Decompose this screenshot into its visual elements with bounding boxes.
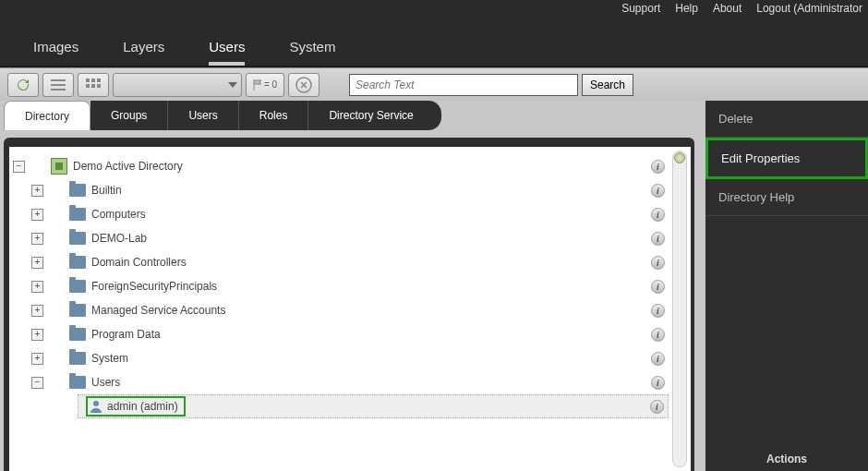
info-icon[interactable]: i — [651, 256, 665, 270]
tree-node-users[interactable]: − Users i — [13, 370, 691, 394]
tree-root[interactable]: − Demo Active Directory i — [13, 154, 691, 178]
collapse-toggle[interactable]: − — [31, 377, 43, 389]
nav-images[interactable]: Images — [33, 39, 78, 66]
directory-icon — [51, 158, 67, 175]
list-icon — [51, 78, 66, 91]
tree-user-label: admin (admin) — [107, 400, 178, 413]
clear-button[interactable] — [288, 73, 319, 97]
tree-node-label: DEMO-Lab — [91, 232, 147, 245]
link-support[interactable]: Support — [621, 2, 660, 15]
directory-tree: − Demo Active Directory i + Builtin i — [9, 147, 691, 418]
tab-users[interactable]: Users — [168, 101, 238, 130]
search-input[interactable] — [349, 74, 578, 96]
flag-count-button[interactable]: = 0 — [246, 73, 284, 97]
tab-roles[interactable]: Roles — [239, 101, 309, 130]
view-list-button[interactable] — [42, 73, 74, 97]
tree-node[interactable]: + Domain Controllers i — [13, 250, 691, 274]
close-circle-icon — [295, 77, 312, 93]
info-icon[interactable]: i — [651, 352, 665, 366]
chevron-down-icon — [228, 82, 237, 88]
main-nav: Images Layers Users System — [0, 17, 868, 67]
tree-node-label: Domain Controllers — [91, 256, 187, 269]
actions-panel-title: Actions — [705, 447, 868, 471]
svg-rect-0 — [51, 79, 66, 81]
tree-node-label: Computers — [91, 208, 146, 221]
action-directory-help[interactable]: Directory Help — [705, 179, 868, 216]
info-icon[interactable]: i — [651, 232, 665, 246]
expand-toggle[interactable]: + — [31, 209, 43, 221]
info-icon[interactable]: i — [651, 304, 665, 318]
toolbar-dropdown[interactable] — [113, 73, 242, 97]
tree-node[interactable]: + Program Data i — [13, 322, 691, 346]
tab-directory[interactable]: Directory — [4, 101, 90, 130]
svg-rect-7 — [91, 84, 95, 88]
tree-node-label: Program Data — [91, 328, 161, 341]
folder-icon — [69, 256, 86, 269]
folder-icon — [69, 208, 86, 221]
tree-user-selected[interactable]: admin (admin) i — [78, 394, 669, 418]
topbar: Support Help About Logout (Administrator — [0, 0, 868, 17]
svg-rect-5 — [97, 78, 101, 82]
info-icon[interactable]: i — [651, 328, 665, 342]
folder-icon — [69, 328, 86, 341]
info-icon[interactable]: i — [651, 208, 665, 222]
refresh-button[interactable] — [7, 73, 39, 97]
folder-icon — [69, 280, 86, 293]
link-logout[interactable]: Logout (Administrator — [756, 2, 862, 15]
folder-icon — [69, 232, 86, 245]
info-icon[interactable]: i — [650, 400, 664, 414]
tree-node[interactable]: + Builtin i — [13, 178, 691, 202]
svg-rect-10 — [55, 163, 63, 170]
actions-panel: Delete Edit Properties Directory Help Ac… — [705, 101, 868, 471]
expand-toggle[interactable]: + — [31, 329, 43, 341]
info-icon[interactable]: i — [651, 376, 665, 390]
subtabs: Directory Groups Users Roles Directory S… — [4, 101, 705, 130]
tree-node[interactable]: + Computers i — [13, 202, 691, 226]
nav-layers[interactable]: Layers — [123, 39, 164, 66]
svg-rect-6 — [86, 84, 90, 88]
search-button[interactable]: Search — [582, 74, 633, 96]
tree-node[interactable]: + Managed Service Accounts i — [13, 298, 691, 322]
svg-rect-8 — [97, 84, 101, 88]
expand-toggle[interactable]: + — [31, 257, 43, 269]
expand-toggle[interactable]: + — [31, 233, 43, 245]
svg-rect-2 — [51, 89, 66, 91]
tree-panel: − Demo Active Directory i + Builtin i — [9, 147, 691, 471]
expand-toggle[interactable]: + — [31, 185, 43, 197]
view-grid-button[interactable] — [78, 73, 109, 97]
tree-node[interactable]: + System i — [13, 346, 691, 370]
expand-toggle[interactable]: + — [31, 305, 43, 317]
info-icon[interactable]: i — [651, 184, 665, 198]
folder-icon — [69, 184, 86, 197]
tab-directory-service[interactable]: Directory Service — [308, 101, 440, 130]
user-icon — [89, 399, 103, 414]
folder-icon — [69, 376, 86, 389]
content-panel: − Demo Active Directory i + Builtin i — [4, 138, 694, 471]
svg-rect-4 — [91, 78, 95, 82]
refresh-icon — [16, 78, 30, 92]
folder-icon — [69, 352, 86, 365]
svg-rect-1 — [51, 84, 66, 86]
info-icon[interactable]: i — [651, 280, 665, 294]
tree-node-label: Builtin — [91, 184, 122, 197]
action-delete[interactable]: Delete — [705, 101, 868, 138]
tree-node-label: Managed Service Accounts — [91, 304, 225, 317]
collapse-toggle[interactable]: − — [13, 161, 25, 173]
tree-node-label: ForeignSecurityPrincipals — [91, 280, 217, 293]
expand-toggle[interactable]: + — [31, 353, 43, 365]
nav-system[interactable]: System — [289, 39, 335, 66]
link-help[interactable]: Help — [675, 2, 698, 15]
flag-icon — [253, 79, 262, 91]
tree-node[interactable]: + DEMO-Lab i — [13, 226, 691, 250]
flag-count-label: = 0 — [264, 79, 277, 90]
link-about[interactable]: About — [713, 2, 741, 15]
action-edit-properties[interactable]: Edit Properties — [705, 138, 868, 179]
tree-node[interactable]: + ForeignSecurityPrincipals i — [13, 274, 691, 298]
tree-node-label: Users — [91, 376, 120, 389]
nav-users[interactable]: Users — [209, 39, 245, 66]
expand-toggle[interactable]: + — [31, 281, 43, 293]
tab-groups[interactable]: Groups — [90, 101, 168, 130]
tree-node-label: System — [91, 352, 128, 365]
grid-icon — [86, 78, 101, 91]
info-icon[interactable]: i — [651, 160, 665, 174]
